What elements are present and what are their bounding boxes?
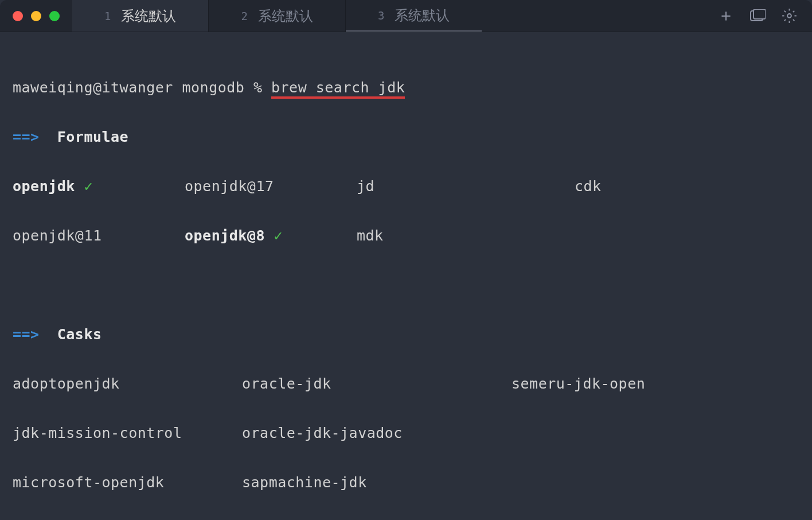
formula-item: cdk (575, 174, 799, 199)
formula-item: jd (357, 174, 575, 199)
tabs: 1 系统默认 2 系统默认 3 系统默认 (72, 0, 704, 32)
tab-2[interactable]: 2 系统默认 (209, 0, 345, 32)
cask-item: semeru-jdk-open (512, 371, 799, 396)
cask-item: oracle-jdk-javadoc (242, 421, 512, 445)
formula-item: mdk (357, 223, 575, 248)
tab-label: 系统默认 (121, 7, 176, 25)
panels-icon[interactable] (749, 9, 766, 23)
minimize-window-button[interactable] (31, 11, 41, 21)
formula-item: openjdk@17 (185, 174, 357, 199)
close-window-button[interactable] (13, 11, 23, 21)
section-heading: Formulae (57, 129, 128, 145)
section-heading: Casks (57, 326, 102, 343)
cask-item: adoptopenjdk (13, 371, 242, 396)
cask-item: oracle-jdk (242, 371, 512, 396)
formula-item: openjdk@8 (185, 227, 265, 244)
svg-point-4 (787, 14, 791, 18)
tab-label: 系统默认 (258, 7, 313, 25)
settings-icon[interactable] (782, 8, 797, 24)
traffic-lights (0, 0, 72, 32)
terminal-output[interactable]: maweiqing@itwanger mongodb % brew search… (0, 32, 812, 520)
command-text: brew search jdk (271, 79, 405, 99)
svg-rect-3 (754, 9, 766, 19)
casks-row: adoptopenjdkoracle-jdksemeru-jdk-open (13, 371, 799, 396)
check-icon: ✓ (274, 227, 283, 244)
tab-label: 系统默认 (395, 6, 450, 25)
section-arrow: ==> (13, 326, 40, 343)
cask-item: jdk-mission-control (13, 421, 242, 445)
casks-row: microsoft-openjdksapmachine-jdk (13, 470, 799, 495)
check-icon: ✓ (84, 178, 93, 195)
formula-item: openjdk (13, 178, 75, 195)
tab-3[interactable]: 3 系统默认 (346, 0, 482, 32)
shell-prompt: maweiqing@itwanger mongodb % (13, 79, 271, 96)
cask-item: microsoft-openjdk (13, 470, 242, 495)
tab-number: 3 (378, 9, 384, 22)
tab-1[interactable]: 1 系统默认 (72, 0, 209, 32)
cask-item: sapmachine-jdk (242, 470, 512, 495)
maximize-window-button[interactable] (49, 11, 60, 21)
formulae-row: openjdk@11openjdk@8 ✓mdk (13, 223, 799, 248)
section-arrow: ==> (13, 129, 40, 145)
tab-number: 1 (104, 10, 111, 22)
titlebar-actions (704, 0, 812, 32)
formula-item: openjdk@11 (13, 223, 185, 248)
casks-row: jdk-mission-controloracle-jdk-javadoc (13, 421, 799, 445)
formulae-row: openjdk ✓openjdk@17jdcdk (13, 174, 799, 199)
titlebar: 1 系统默认 2 系统默认 3 系统默认 (0, 0, 812, 32)
add-tab-button[interactable] (719, 9, 733, 24)
tab-number: 2 (241, 10, 247, 22)
